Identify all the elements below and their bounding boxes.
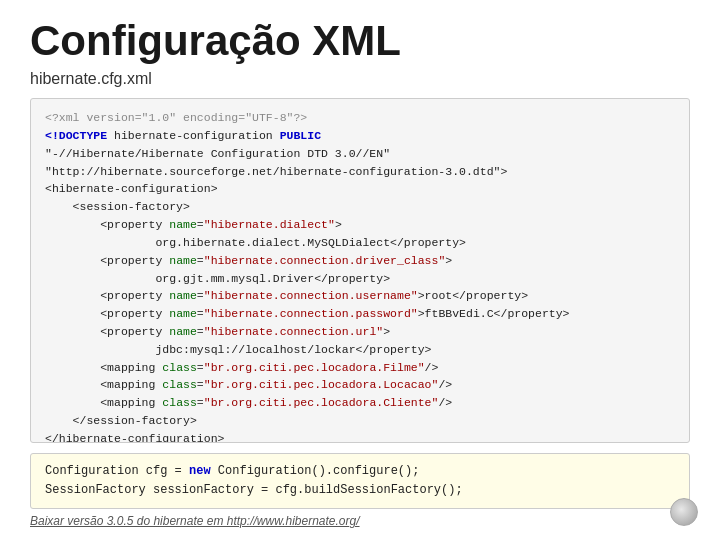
xml-code-block: <?xml version="1.0" encoding="UTF-8"?> <… [30,98,690,442]
logo-icon [670,498,698,526]
file-subtitle: hibernate.cfg.xml [30,70,690,88]
logo-area [670,498,698,526]
footer-link[interactable]: Baixar versão 3.0.5 do hibernate em http… [30,514,690,528]
java-code-block: Configuration cfg = new Configuration().… [30,453,690,509]
page-title: Configuração XML [30,18,690,64]
